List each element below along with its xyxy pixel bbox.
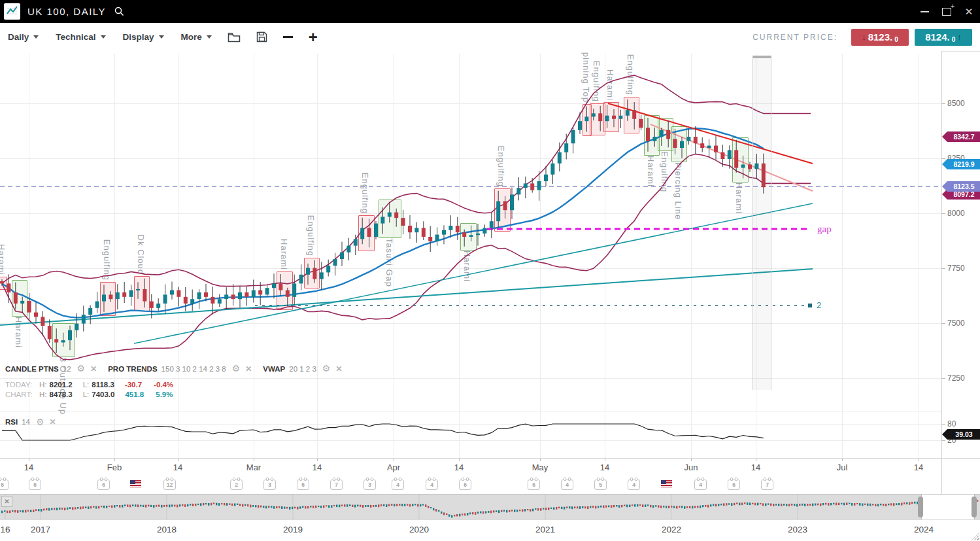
rsi-params: 14: [22, 418, 30, 426]
calendar-event-icon[interactable]: 4: [694, 480, 707, 490]
gear-icon[interactable]: ⚙: [232, 363, 241, 374]
menu-technical[interactable]: Technical: [56, 32, 105, 42]
popout-button[interactable]: [936, 0, 958, 23]
calendar-event-icon[interactable]: 4: [628, 480, 640, 490]
us-flag-icon[interactable]: [130, 480, 141, 487]
chart-stats-row: CHART: H: 8478.3 L: 7403.0 451.8 5.9%: [5, 390, 185, 400]
close-icon[interactable]: ✕: [90, 364, 97, 374]
calendar-event-icon[interactable]: 3: [363, 480, 376, 490]
selection-right-handle[interactable]: [972, 497, 977, 517]
today-change: -30.7: [125, 380, 142, 390]
calendar-event-icon[interactable]: 2: [230, 480, 243, 490]
axis-tick: [942, 378, 945, 379]
calendar-event-icon[interactable]: 4: [392, 480, 404, 490]
chart-low-value: 7403.0: [92, 390, 114, 400]
save-icon[interactable]: [256, 31, 267, 43]
calendar-event-icon[interactable]: 4: [426, 480, 438, 490]
axis-tick: [29, 459, 29, 461]
today-high-value: 8201.2: [50, 380, 73, 390]
axis-tick: [919, 459, 919, 461]
axis-tick: [394, 459, 394, 461]
candle-ptns-params: 12: [63, 365, 71, 373]
time-axis-label: Mar: [246, 462, 261, 472]
close-icon[interactable]: ✕: [245, 364, 252, 374]
chart-change-pct: 5.9%: [156, 390, 173, 400]
gear-icon[interactable]: ⚙: [36, 417, 44, 427]
bollinger-lower-band: [2, 154, 811, 360]
calendar-event-icon[interactable]: 6: [728, 480, 740, 490]
buy-price-button[interactable]: 8124. 0 ↑: [915, 29, 972, 46]
chevron-down-icon: [159, 35, 164, 39]
selection-left-handle[interactable]: [918, 497, 923, 517]
calendar-event-icon[interactable]: 6: [0, 480, 8, 490]
calendar-event-icon[interactable]: 6: [97, 480, 110, 490]
menu-display[interactable]: Display: [123, 32, 164, 42]
chart-change: 451.8: [125, 390, 144, 400]
close-icon[interactable]: ✕: [50, 417, 56, 427]
time-axis-label: Jul: [837, 462, 848, 472]
price-axis-label: 7250: [947, 374, 965, 383]
chart-canvas[interactable]: gap 2 CANDLE PTNS12⚙✕ PRO TRENDS150 3 10…: [0, 51, 941, 458]
trend-line-1: [134, 203, 813, 343]
close-button[interactable]: ✕: [958, 0, 980, 23]
minimize-button[interactable]: [913, 0, 936, 23]
time-axis-label: 14: [600, 462, 609, 472]
calendar-event-icon[interactable]: 6: [29, 480, 41, 490]
overview-mini-chart: [0, 495, 980, 519]
search-icon[interactable]: [114, 7, 124, 16]
calendar-event-icon[interactable]: 7: [330, 480, 343, 490]
axis-tick: [942, 213, 945, 214]
time-axis-label: 14: [24, 462, 33, 472]
chart-high-key: H:: [39, 390, 47, 400]
price-axis[interactable]: 8500825080007750750072508020: [941, 51, 980, 494]
chart-high-value: 8478.3: [50, 390, 73, 400]
chart-label: CHART:: [5, 390, 39, 400]
menu-daily[interactable]: Daily: [8, 32, 39, 42]
calendar-event-icon[interactable]: 5: [594, 480, 607, 490]
today-low-value: 8118.3: [92, 380, 114, 390]
axis-tick: [540, 459, 541, 461]
calendar-event-icon[interactable]: 12: [163, 480, 176, 490]
calendar-event-icon[interactable]: 7: [761, 480, 773, 490]
price-axis-label: 8000: [947, 209, 965, 218]
gear-icon[interactable]: ⚙: [77, 363, 86, 374]
session-stats: TODAY: H: 8201.2 L: 8118.3 -30.7 -0.4% C…: [5, 380, 185, 400]
overview-selection-window[interactable]: [921, 495, 975, 519]
economic-calendar-row: 66612236734466454467: [0, 476, 980, 494]
menu-more[interactable]: More: [181, 32, 212, 42]
calendar-event-icon[interactable]: 3: [263, 480, 276, 490]
axis-tick: [942, 440, 945, 441]
price-axis-label: 7500: [947, 319, 965, 328]
sell-price-button[interactable]: ↓ 8123. 0: [851, 29, 909, 46]
sell-price-value: 8123.: [868, 31, 893, 43]
zoom-in-button[interactable]: +: [309, 31, 318, 44]
time-axis[interactable]: 14Feb14Mar14Apr14May14Jun14Jul14: [0, 458, 980, 477]
axis-tick: [254, 459, 254, 461]
vwap-params: 20 1 2 3: [289, 365, 316, 373]
indicator-legend: CANDLE PTNS12⚙✕ PRO TRENDS150 3 10 2 14 …: [5, 363, 342, 374]
menu-display-label: Display: [123, 32, 154, 42]
overview-close-button[interactable]: ✕: [1, 496, 12, 507]
axis-tick: [942, 103, 945, 104]
calendar-event-icon[interactable]: 6: [297, 480, 309, 490]
us-flag-icon[interactable]: [661, 480, 672, 487]
app-logo-icon: [4, 3, 20, 20]
gap-label: gap: [817, 224, 832, 235]
close-icon[interactable]: ✕: [335, 364, 342, 374]
open-folder-icon[interactable]: [228, 32, 241, 43]
calendar-event-icon[interactable]: 6: [459, 480, 471, 490]
time-axis-label: Feb: [107, 462, 122, 472]
axis-tick: [942, 323, 945, 324]
candlestick-series: [0, 99, 766, 353]
bollinger-upper-band: [2, 75, 811, 287]
chevron-down-icon: [33, 35, 39, 39]
chart-overview-bar[interactable]: ✕: [0, 494, 980, 521]
axis-tick: [605, 459, 605, 461]
calendar-event-icon[interactable]: 6: [528, 480, 540, 490]
year-label: 2018: [157, 525, 177, 534]
year-label: 2021: [535, 525, 555, 534]
zoom-out-button[interactable]: [283, 36, 293, 38]
today-change-pct: -0.4%: [154, 380, 173, 390]
gear-icon[interactable]: ⚙: [322, 363, 331, 374]
calendar-event-icon[interactable]: 4: [561, 480, 573, 490]
